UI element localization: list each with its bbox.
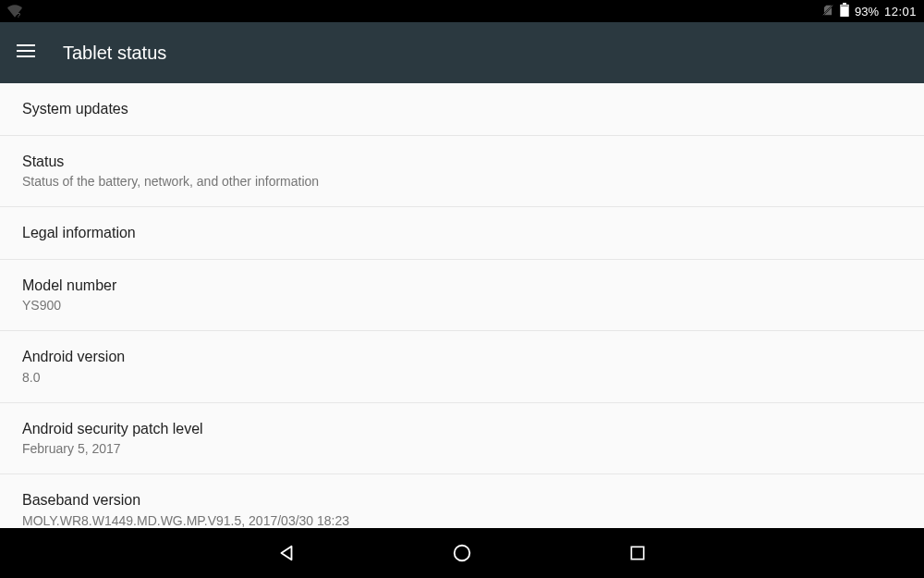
svg-rect-3 (843, 3, 846, 5)
svg-text:?: ? (17, 10, 20, 17)
row-subtitle: 8.0 (22, 369, 902, 387)
no-sim-icon (821, 4, 834, 19)
svg-rect-8 (17, 55, 35, 57)
navigation-bar (0, 528, 924, 578)
row-subtitle: February 5, 2017 (22, 440, 902, 458)
row-baseband-version[interactable]: Baseband version MOLY.WR8.W1449.MD.WG.MP… (0, 474, 924, 528)
status-right: 93% 12:01 (821, 3, 917, 19)
back-button[interactable] (268, 535, 305, 572)
row-status[interactable]: Status Status of the battery, network, a… (0, 136, 924, 207)
recents-button[interactable] (619, 535, 656, 572)
wifi-icon: ? (7, 5, 22, 20)
svg-rect-7 (17, 50, 35, 52)
row-model-number[interactable]: Model number YS900 (0, 260, 924, 331)
battery-icon (840, 3, 849, 19)
row-title: Android security patch level (22, 419, 902, 439)
row-subtitle: Status of the battery, network, and othe… (22, 173, 902, 191)
settings-list: System updates Status Status of the batt… (0, 83, 924, 528)
row-title: Model number (22, 276, 902, 296)
status-left: ? (7, 4, 22, 19)
row-title: Legal information (22, 223, 902, 243)
svg-point-9 (455, 546, 470, 561)
status-clock: 12:01 (884, 5, 917, 18)
battery-percent: 93% (855, 5, 879, 18)
row-security-patch[interactable]: Android security patch level February 5,… (0, 403, 924, 474)
row-title: Android version (22, 347, 902, 367)
row-legal-information[interactable]: Legal information (0, 207, 924, 260)
home-button[interactable] (444, 535, 480, 572)
status-bar: ? 93% 12:01 (0, 0, 924, 22)
page-title: Tablet status (63, 43, 166, 64)
row-title: Baseband version (22, 490, 902, 510)
row-subtitle: MOLY.WR8.W1449.MD.WG.MP.V91.5, 2017/03/3… (22, 512, 902, 528)
svg-rect-10 (631, 547, 643, 559)
app-bar: Tablet status (0, 22, 924, 83)
row-subtitle: YS900 (22, 297, 902, 314)
menu-icon[interactable] (17, 43, 35, 62)
row-title: Status (22, 152, 902, 172)
svg-rect-6 (17, 44, 35, 46)
row-title: System updates (22, 99, 902, 119)
row-android-version[interactable]: Android version 8.0 (0, 331, 924, 402)
row-system-updates[interactable]: System updates (0, 83, 924, 136)
svg-rect-4 (840, 5, 848, 17)
svg-rect-5 (841, 6, 848, 6)
